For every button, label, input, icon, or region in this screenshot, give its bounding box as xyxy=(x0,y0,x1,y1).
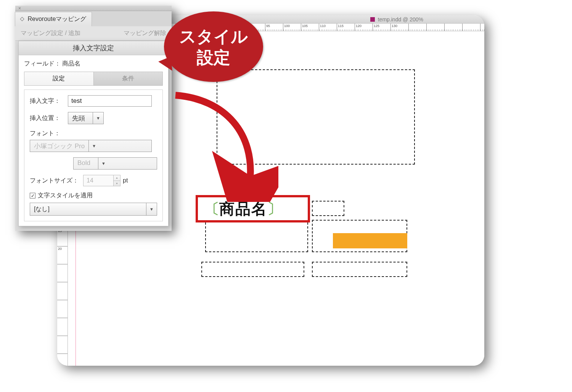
field-label: フィールド： xyxy=(24,60,61,68)
text-frame[interactable] xyxy=(312,201,344,216)
diamond-icon xyxy=(20,17,24,21)
field-value: 商品名 xyxy=(62,60,80,68)
insert-position-select[interactable]: 先頭 ▼ xyxy=(68,112,104,124)
panel-tab-label: Revorouteマッピング xyxy=(27,16,86,22)
insert-text-label: 挿入文字： xyxy=(30,97,68,105)
document-icon xyxy=(370,17,375,22)
color-swatch-block xyxy=(333,233,407,248)
field-name-row: フィールド： 商品名 xyxy=(24,60,163,68)
insert-position-label: 挿入位置： xyxy=(30,114,68,122)
char-style-select[interactable]: [なし] ▼ xyxy=(30,203,157,216)
bracket-right-icon: 〕 xyxy=(267,199,282,219)
panel-menubar: マッピング設定 / 追加 マッピング解除 xyxy=(15,26,172,41)
insert-text-row: 挿入文字： xyxy=(30,95,157,107)
insert-position-value: 先頭 xyxy=(68,112,93,124)
font-family-select[interactable]: 小塚ゴシック Pro ▼ xyxy=(30,140,152,152)
callout-bubble-style-settings: スタイル 設定 xyxy=(164,11,263,82)
chevron-down-icon: ▼ xyxy=(98,158,109,169)
panel-titlebar[interactable]: × xyxy=(15,6,172,11)
bracket-left-icon: 〔 xyxy=(205,199,219,219)
document-title: temp.indd @ 200% xyxy=(378,16,423,22)
font-size-row: フォントサイズ： ▲▼ pt xyxy=(30,175,157,186)
chevron-down-icon: ▼ xyxy=(93,112,103,124)
char-style-checkbox-row: ✓ 文字スタイルを適用 xyxy=(30,192,157,200)
panel-tab-mapping[interactable]: Revorouteマッピング xyxy=(15,12,92,26)
font-size-label: フォントサイズ： xyxy=(30,177,83,185)
text-frame[interactable] xyxy=(217,69,415,165)
font-weight-value: Bold xyxy=(74,158,98,169)
menu-item-mapping-remove[interactable]: マッピング解除 xyxy=(124,29,166,37)
close-icon[interactable]: × xyxy=(18,6,21,11)
font-label-row: フォント： xyxy=(30,130,157,138)
dialog-title: 挿入文字設定 xyxy=(19,41,168,55)
font-weight-select[interactable]: Bold ▼ xyxy=(73,157,157,170)
settings-form: 挿入文字： 挿入位置： 先頭 ▼ フォント： 小塚ゴシック Pro xyxy=(24,90,163,221)
mapping-panel: × Revorouteマッピング マッピング設定 / 追加 マッピング解除 挿入… xyxy=(15,6,172,231)
font-family-value: 小塚ゴシック Pro xyxy=(30,140,88,152)
text-frame[interactable] xyxy=(312,262,407,277)
font-family-row: 小塚ゴシック Pro ▼ xyxy=(30,140,157,152)
dialog-body: フィールド： 商品名 設定 条件 挿入文字： 挿入位置： 先頭 ▼ xyxy=(19,55,168,226)
menu-item-mapping-add[interactable]: マッピング設定 / 追加 xyxy=(21,29,80,37)
font-size-stepper[interactable]: ▲▼ xyxy=(114,175,121,186)
panel-tabstrip: Revorouteマッピング xyxy=(15,11,172,26)
tab-condition[interactable]: 条件 xyxy=(93,72,163,85)
inner-tabstrip: 設定 条件 xyxy=(24,72,163,86)
chevron-down-icon: ▼ xyxy=(88,140,99,152)
field-highlight-product-name[interactable]: 〔 商品名 〕 xyxy=(196,195,310,222)
text-frame[interactable] xyxy=(201,262,304,277)
insert-position-row: 挿入位置： 先頭 ▼ xyxy=(30,112,157,124)
field-placeholder-label: 商品名 xyxy=(219,198,267,219)
insert-text-input[interactable] xyxy=(68,95,152,107)
font-size-input[interactable] xyxy=(83,175,114,186)
chevron-down-icon: ▼ xyxy=(146,203,157,215)
insert-char-settings-dialog: 挿入文字設定 フィールド： 商品名 設定 条件 挿入文字： 挿入位置： 先頭 xyxy=(18,41,169,226)
font-size-unit: pt xyxy=(123,177,128,184)
char-style-checkbox[interactable]: ✓ xyxy=(30,193,35,198)
char-style-checkbox-label: 文字スタイルを適用 xyxy=(38,192,93,200)
font-label: フォント： xyxy=(30,130,60,138)
chevron-up-icon: ▲ xyxy=(114,175,120,181)
char-style-value: [なし] xyxy=(30,203,146,215)
font-weight-row: Bold ▼ xyxy=(30,157,157,170)
chevron-down-icon: ▼ xyxy=(114,181,120,186)
tab-settings[interactable]: 設定 xyxy=(24,72,93,85)
callout-text: スタイル 設定 xyxy=(179,26,248,68)
